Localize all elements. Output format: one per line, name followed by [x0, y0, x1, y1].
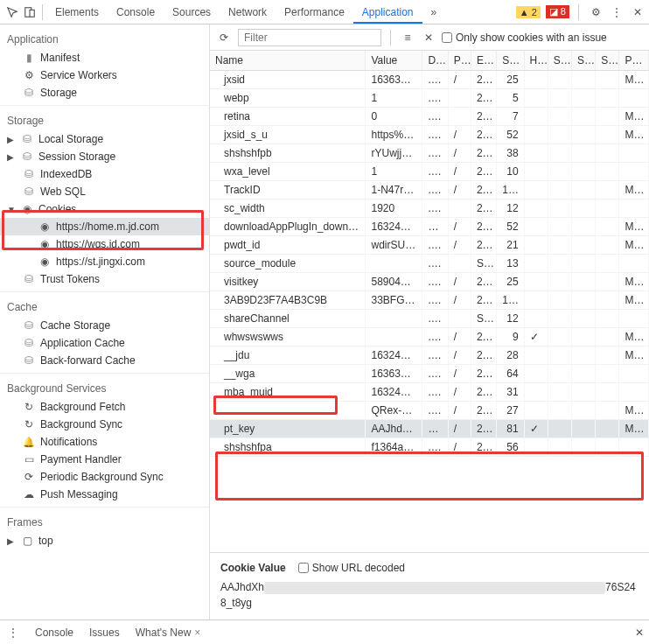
cookie-icon — [21, 203, 33, 215]
section-cache: Cache — [0, 296, 209, 317]
sidebar-push-messaging[interactable]: Push Messaging — [0, 486, 209, 503]
clear-icon[interactable]: ✕ — [421, 32, 436, 44]
sidebar-session-storage[interactable]: ▶Session Storage — [0, 148, 209, 165]
sidebar-storage[interactable]: Storage — [0, 84, 209, 102]
col-header[interactable]: S… — [596, 51, 619, 71]
show-url-decoded-input[interactable] — [298, 563, 309, 573]
drawer-tab-console[interactable]: Console — [33, 623, 75, 642]
tab-console[interactable]: Console — [108, 1, 164, 24]
table-row[interactable]: shshshfpaf1364ae….j…/2…56 — [210, 438, 649, 457]
tab-application[interactable]: Application — [353, 1, 422, 24]
drawer-close-icon[interactable]: ✕ — [635, 626, 644, 639]
tab-sources[interactable]: Sources — [164, 1, 220, 24]
sidebar-bg-sync[interactable]: Background Sync — [0, 416, 209, 433]
warnings-badge[interactable]: ▲ 2 — [516, 6, 541, 18]
database-icon — [23, 186, 35, 198]
table-row[interactable]: wxa_level1.j…/2…10 — [210, 163, 649, 181]
database-icon — [23, 273, 35, 285]
sidebar-manifest[interactable]: Manifest — [0, 49, 209, 66]
table-row[interactable]: shshshfpbrYUwjja….j…/2…38 — [210, 144, 649, 163]
cookies-toolbar: ⟳ ≡ ✕ Only show cookies with an issue — [210, 24, 649, 51]
sidebar-cookie-origin-1[interactable]: https://wqs.jd.com — [0, 235, 209, 253]
tab-performance[interactable]: Performance — [276, 1, 353, 24]
tab-more[interactable]: » — [422, 1, 446, 24]
table-row[interactable]: __jdu163249….j…/2…28M… — [210, 346, 649, 365]
sidebar-bg-fetch[interactable]: Background Fetch — [0, 398, 209, 416]
sidebar-cache-storage[interactable]: Cache Storage — [0, 317, 209, 334]
table-row[interactable]: sc_width1920.j…2…12 — [210, 200, 649, 218]
table-row[interactable]: pt_keyAAJhdX……/2…81✓M… — [210, 420, 649, 438]
sidebar-cookies[interactable]: ▼Cookies — [0, 200, 209, 218]
sync-icon — [23, 418, 35, 430]
database-icon — [23, 168, 35, 180]
table-row[interactable]: webp1.j…2…5 — [210, 89, 649, 108]
sidebar-frame-top[interactable]: ▶top — [0, 532, 209, 550]
database-icon — [23, 337, 35, 349]
errors-badge[interactable]: ◪ 8 — [546, 5, 569, 18]
table-header-row: NameValueD…P…E…Si…H…S…S…S…Pr… — [210, 51, 649, 71]
fetch-icon — [23, 401, 35, 413]
table-row[interactable]: retina0.j…2…7M… — [210, 108, 649, 126]
col-header[interactable]: S… — [572, 51, 596, 71]
cloud-icon — [23, 488, 35, 500]
sidebar-notifications[interactable]: Notifications — [0, 433, 209, 451]
sidebar-service-workers[interactable]: Service Workers — [0, 66, 209, 84]
sidebar-bf-cache[interactable]: Back-forward Cache — [0, 352, 209, 369]
tab-elements[interactable]: Elements — [46, 1, 108, 24]
table-row[interactable]: mba_muid163249….j…/2…31 — [210, 383, 649, 402]
sidebar-trust-tokens[interactable]: Trust Tokens — [0, 270, 209, 288]
col-header[interactable]: H… — [524, 51, 548, 71]
sidebar-local-storage[interactable]: ▶Local Storage — [0, 130, 209, 148]
col-header[interactable]: Si… — [497, 51, 524, 71]
tab-network[interactable]: Network — [220, 1, 276, 24]
database-icon — [21, 150, 33, 163]
col-header[interactable]: S… — [548, 51, 571, 71]
sidebar-websql[interactable]: Web SQL — [0, 183, 209, 200]
inspect-icon[interactable] — [3, 4, 21, 21]
drawer-tab-whatsnew[interactable]: What's New× — [134, 623, 203, 642]
sidebar-cookie-origin-2[interactable]: https://st.jingxi.com — [0, 253, 209, 270]
sidebar-cookie-origin-0[interactable]: https://home.m.jd.com — [0, 218, 209, 235]
reload-icon[interactable]: ⟳ — [215, 29, 233, 46]
table-row[interactable]: jxsid_s_uhttps%….j…/2…52M… — [210, 126, 649, 144]
col-header[interactable]: D… — [422, 51, 448, 71]
settings-icon[interactable]: ⚙ — [588, 6, 604, 18]
cookie-value-text[interactable]: AAJhdXh76S248_t8yg — [220, 579, 639, 611]
show-url-decoded-checkbox[interactable]: Show URL decoded — [298, 562, 405, 574]
table-row[interactable]: jxsid163638….j…/2…25M… — [210, 71, 649, 89]
table-row[interactable]: pwdt_idwdirSU….j…/2…21M… — [210, 236, 649, 255]
col-header[interactable]: P… — [448, 51, 471, 71]
table-row[interactable]: whwswswws.j…/2…9✓M… — [210, 328, 649, 346]
close-icon[interactable]: × — [194, 626, 200, 639]
col-header[interactable]: E… — [471, 51, 496, 71]
sidebar-periodic-sync[interactable]: Periodic Background Sync — [0, 468, 209, 486]
devtools-top-tabs: Elements Console Sources Network Perform… — [0, 0, 649, 24]
drawer-kebab-icon[interactable]: ⋮ — [5, 626, 21, 639]
col-header[interactable]: Pr… — [619, 51, 649, 71]
only-issue-input[interactable] — [442, 32, 452, 43]
show-url-decoded-label: Show URL decoded — [312, 562, 405, 574]
cookie-icon — [38, 238, 51, 250]
filter-input[interactable] — [238, 29, 381, 46]
table-row[interactable]: QRex-G….j…/2…27M… — [210, 402, 649, 420]
database-icon — [23, 319, 35, 332]
filter-settings-icon[interactable]: ≡ — [400, 32, 415, 44]
table-row[interactable]: visitkey589042….j…/2…25M… — [210, 273, 649, 291]
device-icon[interactable] — [21, 4, 38, 21]
table-row[interactable]: TrackID1-N47r….j…/2…1…M… — [210, 181, 649, 200]
database-icon — [21, 133, 33, 145]
col-header[interactable]: Name — [210, 51, 366, 71]
table-row[interactable]: __wga163638….j…/2…64 — [210, 365, 649, 383]
col-header[interactable]: Value — [366, 51, 422, 71]
kebab-icon[interactable]: ⋮ — [609, 6, 625, 18]
drawer-tab-issues[interactable]: Issues — [87, 623, 122, 642]
sidebar-indexeddb[interactable]: IndexedDB — [0, 165, 209, 183]
table-row[interactable]: source_module.j…S…13 — [210, 255, 649, 273]
sidebar-payment-handler[interactable]: Payment Handler — [0, 451, 209, 468]
table-row[interactable]: 3AB9D23F7A4B3C9B33BFG7….j…/2…1…M… — [210, 291, 649, 310]
close-icon[interactable]: ✕ — [630, 6, 646, 18]
table-row[interactable]: shareChannel.j…S…12 — [210, 310, 649, 328]
only-issue-checkbox[interactable]: Only show cookies with an issue — [442, 32, 607, 44]
table-row[interactable]: downloadAppPlugIn_down…163249……/2…52M… — [210, 218, 649, 236]
sidebar-application-cache[interactable]: Application Cache — [0, 334, 209, 352]
